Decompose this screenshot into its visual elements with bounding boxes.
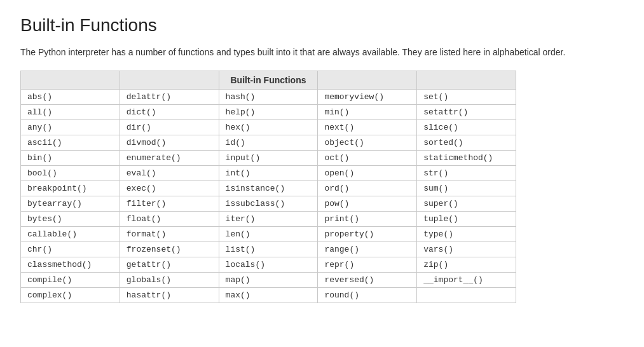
table-cell: reversed()	[318, 273, 417, 288]
table-cell: list()	[219, 242, 318, 257]
table-cell: object()	[318, 135, 417, 151]
page-description: The Python interpreter has a number of f…	[20, 46, 624, 59]
table-cell: next()	[318, 120, 417, 135]
table-cell: hash()	[219, 90, 318, 105]
table-cell: eval()	[120, 166, 219, 181]
table-cell: abs()	[21, 90, 120, 105]
table-cell: frozenset()	[120, 242, 219, 257]
table-cell	[417, 288, 516, 303]
table-cell: min()	[318, 105, 417, 120]
table-cell: oct()	[318, 151, 417, 166]
table-cell: locals()	[219, 257, 318, 273]
table-row: bool()eval()int()open()str()	[21, 166, 516, 181]
table-row: abs()delattr()hash()memoryview()set()	[21, 90, 516, 105]
table-cell: isinstance()	[219, 181, 318, 196]
table-cell: sorted()	[417, 135, 516, 151]
table-cell: all()	[21, 105, 120, 120]
table-cell: chr()	[21, 242, 120, 257]
table-cell: bytearray()	[21, 196, 120, 212]
table-row: complex()hasattr()max()round()	[21, 288, 516, 303]
table-cell: zip()	[417, 257, 516, 273]
table-row: breakpoint()exec()isinstance()ord()sum()	[21, 181, 516, 196]
table-cell: input()	[219, 151, 318, 166]
table-row: bytearray()filter()issubclass()pow()supe…	[21, 196, 516, 212]
table-cell: setattr()	[417, 105, 516, 120]
table-cell: help()	[219, 105, 318, 120]
table-cell: map()	[219, 273, 318, 288]
table-cell: callable()	[21, 227, 120, 242]
table-cell: ascii()	[21, 135, 120, 151]
table-row: ascii()divmod()id()object()sorted()	[21, 135, 516, 151]
table-cell: pow()	[318, 196, 417, 212]
table-cell: type()	[417, 227, 516, 242]
table-row: callable()format()len()property()type()	[21, 227, 516, 242]
page-title: Built-in Functions	[20, 15, 624, 36]
table-cell: hasattr()	[120, 288, 219, 303]
table-cell: repr()	[318, 257, 417, 273]
table-cell: len()	[219, 227, 318, 242]
table-cell: staticmethod()	[417, 151, 516, 166]
table-cell: ord()	[318, 181, 417, 196]
table-cell: classmethod()	[21, 257, 120, 273]
table-cell: delattr()	[120, 90, 219, 105]
table-cell: any()	[21, 120, 120, 135]
table-cell: int()	[219, 166, 318, 181]
builtins-table: Built-in Functions abs()delattr()hash()m…	[20, 71, 516, 303]
table-cell: sum()	[417, 181, 516, 196]
table-header-1	[21, 71, 120, 90]
table-row: bytes()float()iter()print()tuple()	[21, 212, 516, 227]
table-header-4	[318, 71, 417, 90]
table-row: any()dir()hex()next()slice()	[21, 120, 516, 135]
table-cell: float()	[120, 212, 219, 227]
table-row: compile()globals()map()reversed()__impor…	[21, 273, 516, 288]
table-cell: round()	[318, 288, 417, 303]
table-cell: vars()	[417, 242, 516, 257]
table-row: bin()enumerate()input()oct()staticmethod…	[21, 151, 516, 166]
table-cell: dict()	[120, 105, 219, 120]
table-header-5	[417, 71, 516, 90]
table-cell: bytes()	[21, 212, 120, 227]
table-cell: str()	[417, 166, 516, 181]
table-cell: open()	[318, 166, 417, 181]
table-cell: super()	[417, 196, 516, 212]
table-cell: complex()	[21, 288, 120, 303]
table-cell: exec()	[120, 181, 219, 196]
table-cell: memoryview()	[318, 90, 417, 105]
table-row: chr()frozenset()list()range()vars()	[21, 242, 516, 257]
table-row: all()dict()help()min()setattr()	[21, 105, 516, 120]
table-cell: dir()	[120, 120, 219, 135]
table-cell: bool()	[21, 166, 120, 181]
table-header-3: Built-in Functions	[219, 71, 318, 90]
table-cell: tuple()	[417, 212, 516, 227]
table-cell: issubclass()	[219, 196, 318, 212]
table-cell: property()	[318, 227, 417, 242]
table-cell: enumerate()	[120, 151, 219, 166]
table-cell: format()	[120, 227, 219, 242]
table-row: classmethod()getattr()locals()repr()zip(…	[21, 257, 516, 273]
table-cell: compile()	[21, 273, 120, 288]
table-cell: __import__()	[417, 273, 516, 288]
table-cell: iter()	[219, 212, 318, 227]
table-cell: bin()	[21, 151, 120, 166]
table-cell: slice()	[417, 120, 516, 135]
table-cell: max()	[219, 288, 318, 303]
table-cell: getattr()	[120, 257, 219, 273]
table-cell: divmod()	[120, 135, 219, 151]
table-cell: range()	[318, 242, 417, 257]
table-header-2	[120, 71, 219, 90]
table-cell: print()	[318, 212, 417, 227]
table-cell: id()	[219, 135, 318, 151]
table-cell: hex()	[219, 120, 318, 135]
table-cell: globals()	[120, 273, 219, 288]
table-cell: set()	[417, 90, 516, 105]
table-cell: breakpoint()	[21, 181, 120, 196]
table-cell: filter()	[120, 196, 219, 212]
